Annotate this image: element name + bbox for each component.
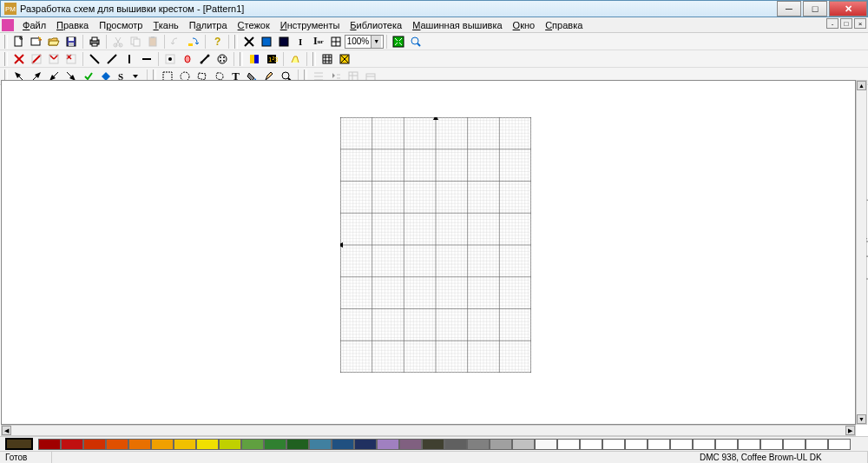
view-info-button[interactable]: I (293, 34, 309, 50)
palette-swatch-10[interactable] (264, 439, 286, 450)
view-symbols-button[interactable] (259, 34, 274, 50)
quarter-stitch-button[interactable] (46, 51, 62, 67)
print-button[interactable] (87, 34, 102, 50)
import-wizard-button[interactable] (29, 34, 44, 50)
palette-swatch-26[interactable] (625, 439, 648, 450)
palette-swatch-31[interactable] (738, 439, 760, 450)
palette-swatch-28[interactable] (670, 439, 693, 450)
menu-file[interactable]: Файл (17, 19, 51, 31)
save-button[interactable] (63, 34, 79, 50)
long-stitch-button[interactable] (197, 51, 213, 67)
grip-3[interactable] (4, 52, 8, 66)
menu-tools[interactable]: Инструменты (275, 19, 345, 31)
help-button[interactable]: ? (209, 34, 225, 50)
zoom-combo[interactable]: 100%▼ (345, 35, 385, 49)
maximize-button[interactable]: □ (803, 1, 827, 17)
full-stitch-button[interactable] (11, 51, 27, 67)
palette-swatch-14[interactable] (354, 439, 377, 450)
diag2-button[interactable] (104, 51, 120, 67)
canvas-area[interactable]: minor grid lines (1, 80, 856, 425)
palette-swatch-22[interactable] (535, 439, 557, 450)
view-grid-button[interactable] (328, 34, 344, 50)
diag1-button[interactable] (87, 51, 102, 67)
palette-swatch-7[interactable] (196, 439, 219, 450)
zoom-arrow[interactable]: ▼ (371, 36, 381, 48)
fit-button[interactable] (391, 34, 406, 50)
grip-1[interactable] (4, 35, 8, 49)
undo-button[interactable] (168, 34, 184, 50)
palette-swatch-23[interactable] (557, 439, 580, 450)
highlight-button[interactable] (287, 51, 303, 67)
mdi-restore[interactable]: □ (840, 18, 852, 29)
palette-swatch-25[interactable] (602, 439, 625, 450)
mdi-minimize[interactable]: - (826, 18, 838, 29)
horz-button[interactable] (139, 51, 155, 67)
half-stitch-button[interactable] (29, 51, 44, 67)
grip-5[interactable] (312, 52, 316, 66)
palette-swatch-4[interactable] (128, 439, 151, 450)
menu-view[interactable]: Просмотр (94, 19, 148, 31)
menu-machine[interactable]: Машинная вышивка (407, 19, 507, 31)
view-stitches-button[interactable] (241, 34, 257, 50)
palette-swatch-17[interactable] (422, 439, 444, 450)
open-button[interactable] (46, 34, 62, 50)
palette-swatch-32[interactable] (760, 439, 783, 450)
scroll-left-button[interactable]: ◀ (2, 426, 11, 435)
palette-swatch-8[interactable] (219, 439, 241, 450)
close-button[interactable]: ✕ (829, 1, 867, 17)
cross-x-button[interactable] (337, 51, 352, 67)
palette-swatch-21[interactable] (512, 439, 535, 450)
menu-edit[interactable]: Правка (51, 19, 94, 31)
color1-button[interactable] (247, 51, 262, 67)
palette-swatch-6[interactable] (174, 439, 196, 450)
palette-swatch-30[interactable] (715, 439, 738, 450)
cut-button[interactable] (110, 34, 126, 50)
palette-swatch-33[interactable] (783, 439, 806, 450)
color2-button[interactable]: 1²3 (264, 51, 279, 67)
palette-swatch-18[interactable] (444, 439, 467, 450)
grip-4[interactable] (240, 52, 243, 66)
menu-library[interactable]: Библиотека (345, 19, 407, 31)
current-color[interactable] (5, 438, 33, 450)
palette-swatch-16[interactable] (399, 439, 422, 450)
redo-button[interactable] (186, 34, 201, 50)
grid-toggle-button[interactable] (319, 51, 335, 67)
palette-swatch-9[interactable] (241, 439, 264, 450)
scroll-right-button[interactable]: ▶ (845, 426, 855, 435)
petite-stitch-button[interactable] (63, 51, 79, 67)
vert-button[interactable] (122, 51, 137, 67)
palette-swatch-27[interactable] (648, 439, 670, 450)
palette-swatch-1[interactable] (61, 439, 83, 450)
palette-swatch-12[interactable] (309, 439, 332, 450)
palette-swatch-13[interactable] (332, 439, 354, 450)
horizontal-scrollbar[interactable]: ◀ ▶ (1, 425, 856, 436)
menu-fabric[interactable]: Ткань (148, 19, 183, 31)
dot-button[interactable] (162, 51, 178, 67)
pattern-grid[interactable]: minor grid lines (340, 117, 531, 373)
grip-2[interactable] (234, 35, 238, 49)
palette-swatch-20[interactable] (490, 439, 512, 450)
palette-swatch-15[interactable] (377, 439, 399, 450)
palette-swatch-11[interactable] (286, 439, 309, 450)
menu-help[interactable]: Справка (540, 19, 588, 31)
palette-swatch-2[interactable] (83, 439, 106, 450)
menu-window[interactable]: Окно (508, 19, 541, 31)
minimize-button[interactable]: ─ (777, 1, 801, 17)
scroll-up-button[interactable]: ▲ (857, 81, 866, 90)
palette-swatch-35[interactable] (828, 439, 851, 450)
menu-palette[interactable]: Палитра (184, 19, 233, 31)
palette-swatch-24[interactable] (580, 439, 602, 450)
view-solid-button[interactable] (276, 34, 292, 50)
copy-button[interactable] (128, 34, 143, 50)
palette-swatch-19[interactable] (467, 439, 490, 450)
bead-button[interactable] (180, 51, 195, 67)
palette-swatch-34[interactable] (806, 439, 828, 450)
palette-swatch-29[interactable] (693, 439, 715, 450)
mdi-close[interactable]: × (854, 18, 866, 29)
palette-swatch-3[interactable] (106, 439, 128, 450)
button-button[interactable] (214, 51, 230, 67)
paste-button[interactable] (145, 34, 161, 50)
palette-swatch-5[interactable] (151, 439, 174, 450)
scroll-down-button[interactable]: ▼ (857, 414, 866, 424)
view-large-button[interactable]: Iur (311, 34, 326, 50)
